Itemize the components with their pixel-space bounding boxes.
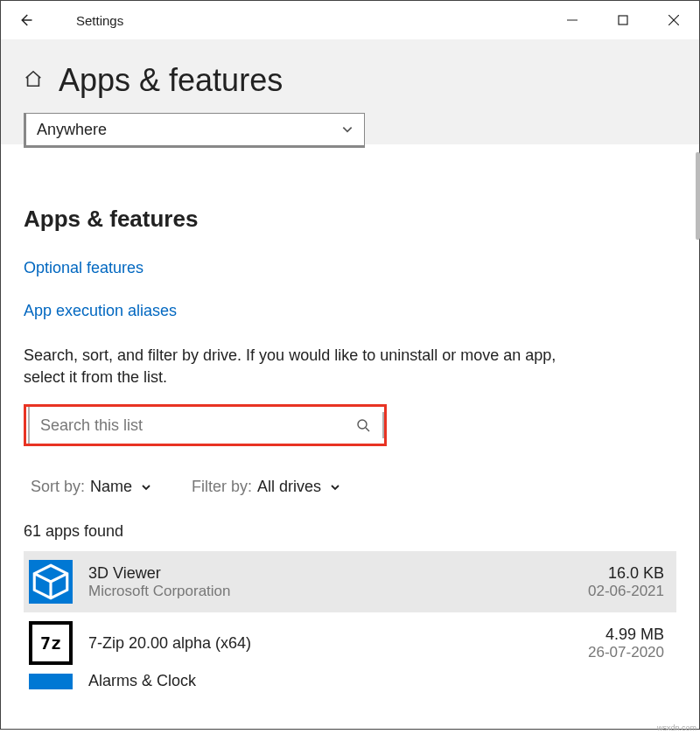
page-title: Apps & features	[59, 62, 283, 99]
svg-line-5	[366, 428, 369, 431]
apps-count: 61 apps found	[24, 522, 676, 541]
close-button[interactable]	[648, 1, 699, 39]
app-name: 7-Zip 20.00 alpha (x64)	[88, 634, 572, 653]
titlebar: Settings	[1, 1, 699, 39]
app-name: Alarms & Clock	[88, 674, 664, 689]
sort-label: Sort by:	[31, 478, 85, 496]
app-row[interactable]: Alarms & Clock	[24, 674, 676, 689]
app-icon-alarms	[29, 674, 73, 689]
window-title: Settings	[50, 13, 123, 28]
chevron-down-icon	[341, 123, 354, 136]
section-title: Apps & features	[24, 206, 676, 233]
scrollbar-thumb[interactable]	[696, 152, 700, 240]
minimize-button[interactable]	[547, 1, 598, 39]
install-source-value: Anywhere	[37, 121, 341, 139]
filter-by-dropdown[interactable]: Filter by: All drives	[192, 478, 340, 496]
app-date: 26-07-2020	[588, 644, 664, 661]
app-publisher: Microsoft Corporation	[88, 583, 572, 600]
filter-bar: Sort by: Name Filter by: All drives	[24, 478, 676, 496]
minimize-icon	[567, 15, 578, 25]
back-arrow-icon	[18, 12, 33, 28]
chevron-down-icon	[330, 482, 340, 493]
optional-features-link[interactable]: Optional features	[24, 259, 676, 277]
search-input[interactable]	[40, 416, 356, 435]
filter-value: All drives	[257, 478, 321, 496]
app-icon-3dviewer	[29, 560, 73, 604]
search-icon	[356, 418, 370, 432]
app-icon-7zip: 7z	[29, 621, 73, 665]
app-execution-aliases-link[interactable]: App execution aliases	[24, 302, 676, 320]
filter-label: Filter by:	[192, 478, 252, 496]
app-name: 3D Viewer	[88, 564, 572, 583]
install-source-dropdown[interactable]: Anywhere	[24, 113, 365, 148]
help-text: Search, sort, and filter by drive. If yo…	[24, 345, 584, 388]
settings-window: Settings Apps & features Anywhere Apps &…	[0, 0, 700, 730]
app-list: 3D Viewer Microsoft Corporation 16.0 KB …	[24, 551, 676, 689]
app-row[interactable]: 3D Viewer Microsoft Corporation 16.0 KB …	[24, 551, 676, 612]
app-row[interactable]: 7z 7-Zip 20.00 alpha (x64) 4.99 MB 26-07…	[24, 612, 676, 674]
watermark: wsxdn.com	[657, 724, 696, 732]
page-header: Apps & features Anywhere	[1, 39, 699, 144]
home-icon[interactable]	[24, 69, 43, 92]
search-highlight	[24, 404, 387, 446]
chevron-down-icon	[141, 482, 151, 493]
app-date: 02-06-2021	[588, 583, 664, 600]
svg-point-4	[358, 420, 367, 429]
divider	[382, 412, 384, 438]
app-size: 4.99 MB	[588, 626, 664, 644]
back-button[interactable]	[1, 1, 50, 39]
maximize-button[interactable]	[598, 1, 648, 39]
sort-by-dropdown[interactable]: Sort by: Name	[31, 478, 151, 496]
svg-rect-1	[619, 16, 627, 24]
sort-value: Name	[90, 478, 132, 496]
window-controls	[547, 1, 699, 39]
app-size: 16.0 KB	[588, 564, 664, 583]
content-area: Apps & features Optional features App ex…	[1, 144, 699, 689]
maximize-icon	[618, 15, 628, 25]
close-icon	[668, 15, 679, 25]
